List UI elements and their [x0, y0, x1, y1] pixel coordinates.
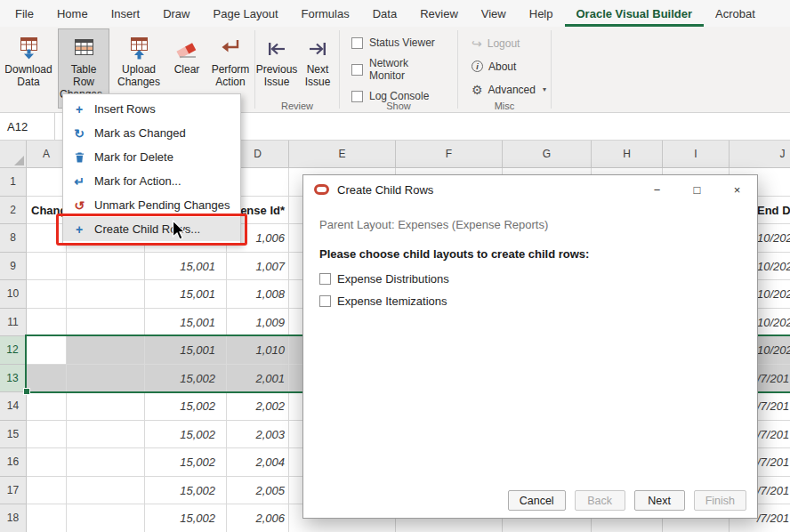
cell-A16[interactable] — [27, 448, 67, 477]
checkbox-icon[interactable] — [351, 64, 363, 76]
cancel-button[interactable]: Cancel — [508, 490, 566, 511]
row-header-15[interactable]: 15 — [0, 421, 27, 449]
cell-A17[interactable] — [27, 477, 67, 505]
row-header-1[interactable]: 1 — [0, 168, 27, 197]
cell-D13[interactable]: 2,001 — [227, 365, 289, 393]
row-header-9[interactable]: 9 — [0, 253, 27, 281]
checkbox-icon[interactable] — [351, 37, 363, 49]
column-header-g[interactable]: G — [503, 141, 592, 168]
cell-B11[interactable] — [67, 309, 145, 337]
cell-D12[interactable]: 1,010 — [227, 336, 289, 365]
cell-A11[interactable] — [27, 309, 67, 337]
next-issue-button[interactable]: Next Issue — [299, 28, 336, 109]
row-header-11[interactable]: 11 — [0, 309, 27, 337]
about-button[interactable]: i About — [468, 57, 550, 76]
cell-B16[interactable] — [67, 448, 145, 477]
row-header-2[interactable]: 2 — [0, 197, 27, 225]
cell-A10[interactable] — [27, 280, 67, 309]
finish-button[interactable]: Finish — [694, 490, 746, 511]
row-header-17[interactable]: 17 — [0, 477, 27, 505]
previous-issue-button[interactable]: Previous Issue — [258, 28, 295, 109]
column-header-a[interactable]: A — [27, 141, 67, 168]
menu-item-create-child-rows[interactable]: +Create Child Rows... — [63, 217, 240, 241]
row-header-12[interactable]: 12 — [0, 336, 27, 365]
next-button[interactable]: Next — [634, 490, 685, 511]
cell-D10[interactable]: 1,008 — [227, 280, 289, 309]
column-header-h[interactable]: H — [592, 141, 663, 168]
cell-B15[interactable] — [67, 421, 145, 449]
tab-file[interactable]: File — [4, 0, 45, 27]
cell-B17[interactable] — [67, 477, 145, 505]
cell-C12[interactable]: 15,001 — [145, 336, 227, 365]
tab-help[interactable]: Help — [518, 0, 565, 27]
checkbox-icon[interactable] — [319, 295, 331, 307]
cell-C13[interactable]: 15,002 — [145, 365, 227, 393]
row-header-18[interactable]: 18 — [0, 504, 27, 532]
tab-insert[interactable]: Insert — [100, 0, 152, 27]
menu-item-mark-as-changed[interactable]: ↻Mark as Changed — [63, 121, 240, 145]
cell-A13[interactable] — [27, 365, 67, 393]
logout-button[interactable]: ↪ Logout — [468, 34, 550, 52]
cell-D16[interactable]: 2,004 — [227, 448, 289, 477]
cell-A18[interactable] — [27, 504, 67, 532]
column-header-j[interactable]: J — [730, 141, 790, 168]
row-header-13[interactable]: 13 — [0, 365, 27, 393]
column-header-f[interactable]: F — [396, 141, 503, 168]
menu-item-mark-for-delete[interactable]: Mark for Delete — [63, 145, 240, 169]
cell-C15[interactable]: 15,002 — [145, 421, 227, 449]
cell-D18[interactable]: 2,006 — [227, 504, 289, 532]
row-header-8[interactable]: 8 — [0, 224, 27, 253]
cell-B14[interactable] — [67, 392, 145, 421]
cell-C17[interactable]: 15,002 — [145, 477, 227, 505]
option-checkbox-expense-distributions[interactable]: Expense Distributions — [319, 272, 741, 286]
download-data-button[interactable]: Download Data — [3, 28, 54, 109]
checkbox-icon[interactable] — [319, 273, 331, 285]
cell-D17[interactable]: 2,005 — [227, 477, 289, 505]
cell-C16[interactable]: 15,002 — [145, 448, 227, 477]
cell-B18[interactable] — [67, 504, 145, 532]
row-header-16[interactable]: 16 — [0, 448, 27, 477]
cell-B12[interactable] — [67, 336, 145, 365]
show-checkbox-network-monitor[interactable]: Network Monitor — [351, 57, 446, 82]
cell-A1[interactable] — [27, 168, 67, 197]
tab-data[interactable]: Data — [361, 0, 408, 27]
tab-view[interactable]: View — [470, 0, 518, 27]
cell-C10[interactable]: 15,001 — [145, 280, 227, 309]
cell-C14[interactable]: 15,002 — [145, 392, 227, 421]
cell-D9[interactable]: 1,007 — [227, 253, 289, 281]
tab-review[interactable]: Review — [408, 0, 470, 27]
cell-C9[interactable]: 15,001 — [145, 253, 227, 281]
name-box[interactable]: A12 — [0, 113, 55, 140]
close-icon[interactable]: × — [717, 175, 757, 204]
minimize-icon[interactable]: − — [637, 175, 677, 204]
cell-C18[interactable]: 15,002 — [145, 504, 227, 532]
cell-A8[interactable] — [27, 224, 67, 253]
option-checkbox-expense-itemizations[interactable]: Expense Itemizations — [319, 294, 741, 308]
cell-B13[interactable] — [67, 365, 145, 393]
cell-A15[interactable] — [27, 421, 67, 449]
cell-D11[interactable]: 1,009 — [227, 309, 289, 337]
cell-A14[interactable] — [27, 392, 67, 421]
advanced-button[interactable]: ⚙ Advanced ▾ — [468, 80, 550, 99]
show-checkbox-status-viewer[interactable]: Status Viewer — [351, 36, 446, 49]
cell-B9[interactable] — [67, 253, 145, 281]
cell-C11[interactable]: 15,001 — [145, 309, 227, 337]
dialog-title-bar[interactable]: Create Child Rows − □ × — [303, 175, 757, 204]
tab-formulas[interactable]: Formulas — [290, 0, 361, 27]
cell-D15[interactable]: 2,003 — [227, 421, 289, 449]
cell-B10[interactable] — [67, 280, 145, 309]
select-all-corner[interactable] — [0, 141, 27, 168]
tab-draw[interactable]: Draw — [151, 0, 201, 27]
cell-A12[interactable] — [27, 336, 67, 365]
menu-item-mark-for-action[interactable]: ↵Mark for Action... — [63, 169, 240, 193]
tab-oracle-visual-builder[interactable]: Oracle Visual Builder — [565, 0, 705, 27]
row-header-14[interactable]: 14 — [0, 392, 27, 421]
back-button[interactable]: Back — [575, 490, 625, 511]
menu-item-insert-rows[interactable]: +Insert Rows — [63, 97, 240, 121]
maximize-icon[interactable]: □ — [677, 175, 717, 204]
column-header-e[interactable]: E — [289, 141, 396, 168]
cell-A2[interactable]: Changed — [27, 197, 67, 225]
tab-home[interactable]: Home — [45, 0, 100, 27]
menu-item-unmark-pending-changes[interactable]: ↺Unmark Pending Changes — [63, 193, 240, 217]
tab-acrobat[interactable]: Acrobat — [704, 0, 767, 27]
